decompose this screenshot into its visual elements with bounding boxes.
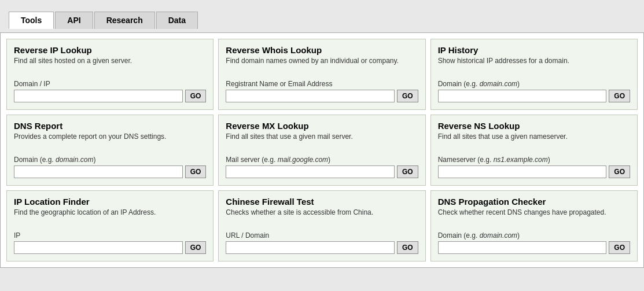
tool-go-button[interactable]: GO xyxy=(397,165,418,178)
tool-card-2: IP History Show historical IP addresses … xyxy=(430,39,638,110)
tool-desc: Find all sites hosted on a given server. xyxy=(14,57,206,73)
tool-title: Chinese Firewall Test xyxy=(226,197,418,207)
tool-title: Reverse MX Lookup xyxy=(226,121,418,131)
tool-card-0: Reverse IP Lookup Find all sites hosted … xyxy=(6,39,214,110)
tool-desc: Find domain names owned by an individual… xyxy=(226,57,418,73)
tool-title: DNS Propagation Checker xyxy=(438,197,630,207)
tool-title: Reverse IP Lookup xyxy=(14,45,206,55)
tool-title: Reverse Whois Lookup xyxy=(226,45,418,55)
tool-input-row: GO xyxy=(226,90,418,102)
tool-desc: Show historical IP addresses for a domai… xyxy=(438,57,630,73)
tool-input[interactable] xyxy=(438,241,607,254)
tool-input-row: GO xyxy=(226,241,418,254)
tool-input-label: IP xyxy=(14,231,206,240)
main-content: Reverse IP Lookup Find all sites hosted … xyxy=(0,33,644,268)
tool-go-button[interactable]: GO xyxy=(397,90,418,102)
tool-input-label: Nameserver (e.g. ns1.example.com) xyxy=(438,156,630,164)
nav-tabs: Tools API Research Data xyxy=(9,9,635,29)
tool-input[interactable] xyxy=(226,241,395,254)
tool-go-button[interactable]: GO xyxy=(609,241,630,254)
tool-desc: Provides a complete report on your DNS s… xyxy=(14,132,206,149)
tool-card-5: Reverse NS Lookup Find all sites that us… xyxy=(430,115,638,186)
tool-card-1: Reverse Whois Lookup Find domain names o… xyxy=(218,39,425,110)
tab-research[interactable]: Research xyxy=(94,12,155,29)
tool-input-label: Mail server (e.g. mail.google.com) xyxy=(226,156,418,164)
tool-input[interactable] xyxy=(226,165,395,178)
tool-title: DNS Report xyxy=(14,121,206,131)
tool-desc: Find the geographic location of an IP Ad… xyxy=(14,208,206,224)
tool-input[interactable] xyxy=(438,165,607,178)
tool-go-button[interactable]: GO xyxy=(185,90,207,102)
tab-data[interactable]: Data xyxy=(156,12,198,29)
tab-api[interactable]: API xyxy=(55,12,93,29)
tools-grid: Reverse IP Lookup Find all sites hosted … xyxy=(6,39,638,261)
tab-tools[interactable]: Tools xyxy=(9,12,54,29)
tool-desc: Find all sites that use a given mail ser… xyxy=(226,132,418,149)
tool-card-3: DNS Report Provides a complete report on… xyxy=(6,115,214,186)
tool-go-button[interactable]: GO xyxy=(185,241,207,254)
tool-input-label: Registrant Name or Email Address xyxy=(226,80,418,88)
tool-input-row: GO xyxy=(438,90,630,102)
tool-input-row: GO xyxy=(438,241,630,254)
tool-card-6: IP Location Finder Find the geographic l… xyxy=(6,190,214,261)
tool-input[interactable] xyxy=(14,241,183,254)
tool-title: IP Location Finder xyxy=(14,197,206,207)
tool-input-label: Domain / IP xyxy=(14,80,206,88)
tool-input-label: Domain (e.g. domain.com) xyxy=(14,156,206,164)
tool-go-button[interactable]: GO xyxy=(609,165,630,178)
tool-input[interactable] xyxy=(226,90,395,102)
tool-input-row: GO xyxy=(226,165,418,178)
tool-card-4: Reverse MX Lookup Find all sites that us… xyxy=(218,115,425,186)
tool-input[interactable] xyxy=(438,90,607,102)
tool-go-button[interactable]: GO xyxy=(397,241,418,254)
tool-card-7: Chinese Firewall Test Checks whether a s… xyxy=(218,190,425,261)
tool-input-row: GO xyxy=(14,165,206,178)
tool-input[interactable] xyxy=(14,165,183,178)
tool-title: IP History xyxy=(438,45,630,55)
tool-title: Reverse NS Lookup xyxy=(438,121,630,131)
tool-input-row: GO xyxy=(14,90,206,102)
tool-desc: Find all sites that use a given nameserv… xyxy=(438,132,630,149)
tool-input-label: Domain (e.g. domain.com) xyxy=(438,80,630,88)
tool-go-button[interactable]: GO xyxy=(185,165,207,178)
tool-card-8: DNS Propagation Checker Check whether re… xyxy=(430,190,638,261)
tool-input-label: Domain (e.g. domain.com) xyxy=(438,231,630,240)
tool-input-row: GO xyxy=(438,165,630,178)
tool-input[interactable] xyxy=(14,90,183,102)
tool-input-label: URL / Domain xyxy=(226,231,418,240)
tool-input-row: GO xyxy=(14,241,206,254)
header: Tools API Research Data xyxy=(0,0,644,33)
tool-desc: Checks whether a site is accessible from… xyxy=(226,208,418,224)
tool-go-button[interactable]: GO xyxy=(609,90,630,102)
tool-desc: Check whether recent DNS changes have pr… xyxy=(438,208,630,224)
